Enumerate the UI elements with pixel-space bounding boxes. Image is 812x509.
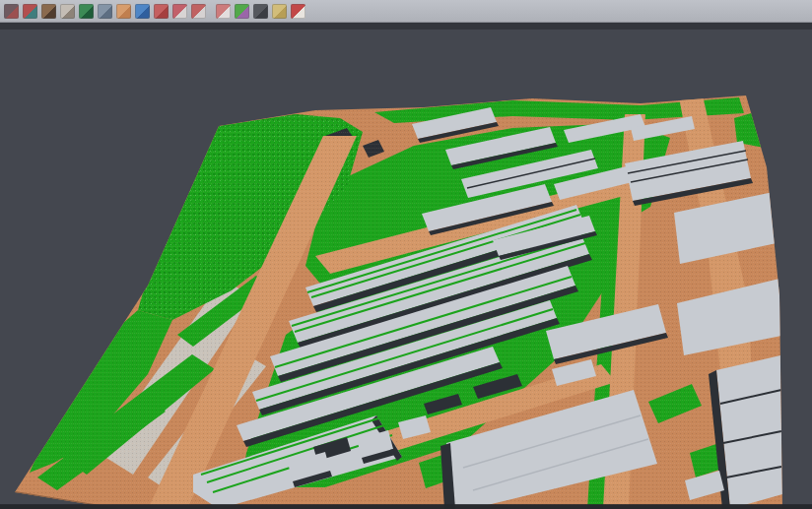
orthophoto-icon[interactable] — [116, 4, 131, 19]
viewport-3d[interactable] — [0, 30, 812, 509]
window-bottom-strip — [0, 505, 812, 509]
target-circle-icon[interactable] — [172, 4, 187, 19]
layer-list-icon[interactable] — [154, 4, 169, 19]
classification-colors-icon[interactable] — [235, 4, 249, 19]
toolbar-shadow-strip — [0, 23, 812, 30]
sync-globe-icon[interactable] — [135, 4, 150, 19]
point-pairs-icon[interactable] — [23, 4, 37, 19]
measure-notes-icon[interactable] — [272, 4, 287, 19]
toolbar — [0, 0, 812, 23]
vegetation-layer-icon[interactable] — [79, 4, 94, 19]
flag-remove-icon[interactable] — [291, 4, 305, 19]
sparse-points-icon[interactable] — [60, 4, 75, 19]
grid-cells-icon[interactable] — [216, 4, 231, 19]
terrain-tile — [0, 89, 812, 509]
crop-tool-icon[interactable] — [4, 4, 19, 19]
profile-view-icon[interactable] — [98, 4, 112, 19]
dtm-terrain-icon[interactable] — [41, 4, 56, 19]
selection-bounds-icon[interactable] — [191, 4, 206, 19]
settings-gear-icon[interactable] — [253, 4, 268, 19]
